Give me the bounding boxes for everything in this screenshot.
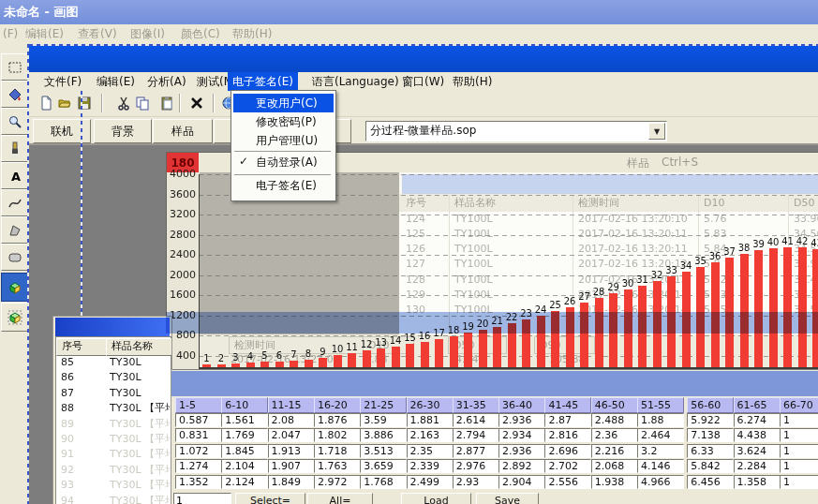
dist-cell[interactable]: 6.274: [734, 413, 781, 427]
dist-cell[interactable]: 2.702: [544, 459, 591, 473]
dist-cell[interactable]: 3.624: [734, 444, 781, 458]
dist-cell[interactable]: 1.913: [268, 444, 315, 458]
dist-cell[interactable]: 1.938: [591, 475, 638, 489]
dist-cell[interactable]: 2.877: [453, 444, 499, 458]
combo-dropdown-arrow-icon[interactable]: ▼: [648, 123, 665, 140]
dist-col-header[interactable]: 41-45: [544, 397, 591, 413]
dist-cell[interactable]: 1.072: [175, 444, 222, 458]
dist-cell[interactable]: 7.138: [687, 428, 734, 442]
dist-cell[interactable]: 1.876: [314, 413, 361, 427]
dist-cell[interactable]: 2.904: [498, 475, 545, 489]
control-button-Load[interactable]: Load: [401, 493, 471, 504]
dist-cell[interactable]: 1.802: [314, 428, 361, 442]
tool-button-rounded-rect[interactable]: [1, 244, 28, 271]
dist-col-header[interactable]: 26-30: [407, 397, 454, 413]
dist-cell[interactable]: 1: [780, 475, 818, 489]
dist-col-header[interactable]: 11-15: [268, 397, 315, 413]
left-table-row-num[interactable]: 87: [61, 386, 74, 400]
menu-item[interactable]: 用户管理(U): [233, 131, 334, 150]
dist-cell[interactable]: 2.488: [591, 413, 638, 427]
dist-cell[interactable]: 1: [780, 413, 818, 427]
toolbar-button-open-folder[interactable]: [55, 94, 74, 112]
dist-cell[interactable]: 2.816: [544, 428, 591, 442]
dist-cell[interactable]: 3.2: [637, 444, 684, 458]
menu-item[interactable]: 更改用户(C): [233, 94, 334, 112]
toolbar-button-copy[interactable]: [133, 94, 152, 112]
left-table-row-name[interactable]: TY30L: [110, 370, 170, 384]
sample-menu-item[interactable]: 样品: [627, 156, 649, 171]
left-table-row-name[interactable]: TY30L 【平均】: [110, 401, 170, 415]
menu-item[interactable]: 电子签名(E): [233, 176, 334, 195]
dist-cell[interactable]: 1.718: [314, 444, 361, 458]
toolbar-button-delete-x[interactable]: [187, 94, 206, 112]
dist-col-header[interactable]: 46-50: [591, 397, 638, 413]
tool-button-text[interactable]: A: [1, 162, 28, 189]
paint-menu-item[interactable]: 图像(I): [130, 26, 165, 42]
dist-cell[interactable]: 1: [780, 459, 818, 473]
dist-cell[interactable]: 3.513: [360, 444, 407, 458]
left-window-titlebar[interactable]: [55, 318, 170, 336]
app-menu-item[interactable]: 编辑(E): [92, 72, 140, 91]
dist-cell[interactable]: 2.87: [544, 413, 591, 427]
dist-cell[interactable]: 2.556: [544, 475, 591, 489]
app-menu-item[interactable]: 文件(F): [39, 72, 86, 91]
app-menu-item[interactable]: 电子签名(E): [228, 72, 298, 91]
paint-menu-item[interactable]: 帮助(H): [232, 26, 272, 42]
dist-col-header[interactable]: 66-70: [780, 397, 818, 413]
dist-cell[interactable]: 1.907: [268, 459, 315, 473]
dist-col-header[interactable]: 56-60: [687, 397, 734, 413]
selected-row-band[interactable]: [166, 312, 818, 334]
dist-cell[interactable]: 1.768: [360, 475, 407, 489]
dist-cell[interactable]: 2.936: [498, 413, 545, 427]
app-button-样品[interactable]: 样品: [153, 119, 213, 143]
paint-menu-item[interactable]: (F): [3, 26, 18, 42]
dist-cell[interactable]: 2.934: [498, 428, 545, 442]
dist-cell[interactable]: 6.33: [687, 444, 734, 458]
tool-button-fill[interactable]: [1, 81, 28, 108]
dist-cell[interactable]: 2.08: [268, 413, 315, 427]
dist-cell[interactable]: 1.849: [268, 475, 315, 489]
dist-cell[interactable]: 4.966: [637, 475, 684, 489]
dist-cell[interactable]: 5.842: [687, 459, 734, 473]
dist-col-header[interactable]: 16-20: [314, 397, 361, 413]
dist-cell[interactable]: 0.587: [175, 413, 222, 427]
app-menu-item[interactable]: 语言(Language): [307, 72, 404, 91]
dist-cell[interactable]: 2.047: [268, 428, 315, 442]
dist-cell[interactable]: 1.845: [221, 444, 268, 458]
dist-cell[interactable]: 1.881: [407, 413, 454, 427]
sop-combo-box[interactable]: 分过程-微量样品.sop▼: [365, 121, 667, 141]
dist-window-titlebar[interactable]: [171, 371, 818, 396]
paint-menu-item[interactable]: 编辑(E): [25, 26, 64, 42]
app-menu-item[interactable]: 帮助(H): [448, 72, 497, 91]
tool-button-curve[interactable]: [1, 189, 28, 216]
dist-cell[interactable]: 3.59: [360, 413, 407, 427]
dist-col-header[interactable]: 21-25: [360, 397, 407, 413]
dist-cell[interactable]: 2.892: [498, 459, 545, 473]
app-titlebar[interactable]: [29, 46, 818, 72]
dist-cell[interactable]: 2.464: [637, 428, 684, 442]
dist-cell[interactable]: 1.763: [314, 459, 361, 473]
dist-cell[interactable]: 2.216: [591, 444, 638, 458]
dist-col-header[interactable]: 51-55: [637, 397, 684, 413]
dist-cell[interactable]: 2.104: [221, 459, 268, 473]
dist-cell[interactable]: 1.358: [734, 475, 781, 489]
dist-cell[interactable]: 4.438: [734, 428, 781, 442]
dist-cell[interactable]: 1.352: [175, 475, 222, 489]
dist-cell[interactable]: 0.831: [175, 428, 222, 442]
control-button-All[interactable]: All=: [307, 493, 373, 504]
dist-cell[interactable]: 3.659: [360, 459, 407, 473]
dist-cell[interactable]: 6.456: [687, 475, 734, 489]
left-table-row-num[interactable]: 88: [61, 401, 74, 415]
dist-cell[interactable]: 2.696: [544, 444, 591, 458]
dist-cell[interactable]: 2.284: [734, 459, 781, 473]
left-table-row-num[interactable]: 85: [61, 355, 74, 369]
app-button-背景[interactable]: 背景: [94, 119, 152, 143]
dist-cell[interactable]: 2.339: [407, 459, 454, 473]
paint-menu-item[interactable]: 颜色(C): [181, 26, 220, 42]
tool-button-polygon[interactable]: [1, 216, 28, 244]
dist-col-header[interactable]: 6-10: [221, 397, 268, 413]
toolbar-button-save[interactable]: [75, 94, 94, 112]
dist-cell[interactable]: 2.36: [591, 428, 638, 442]
dist-cell[interactable]: 2.614: [453, 413, 499, 427]
tool-button-brush[interactable]: [1, 135, 28, 162]
